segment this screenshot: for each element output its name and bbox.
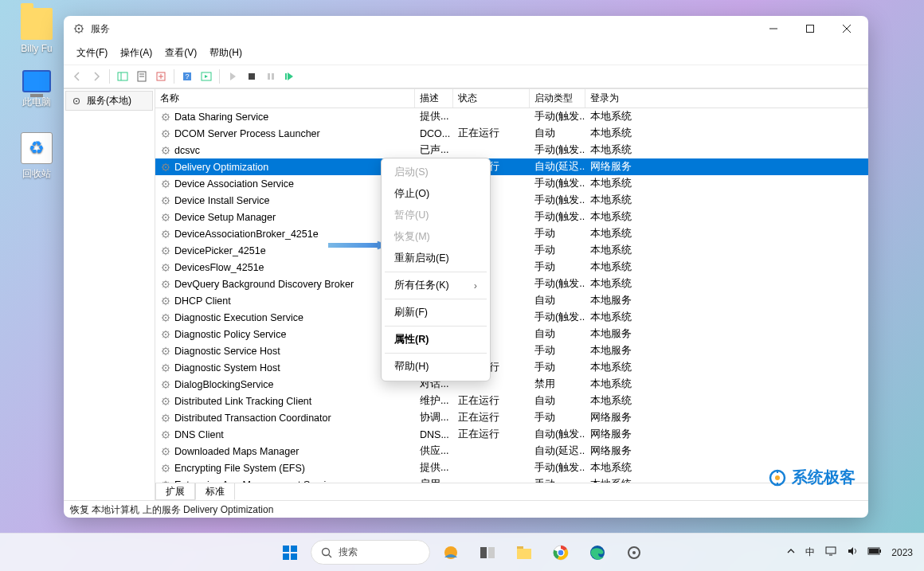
tab-extended[interactable]: 扩展	[155, 483, 195, 500]
svg-point-86	[632, 551, 636, 554]
taskbar-chrome[interactable]	[545, 537, 577, 569]
menu-help[interactable]: 帮助(H)	[203, 43, 249, 63]
gear-icon	[160, 279, 171, 290]
service-logon-as: 本地系统	[585, 461, 868, 475]
service-row[interactable]: Device Association Service手动(触发...本地系统	[155, 175, 868, 192]
taskbar-task-view[interactable]	[472, 537, 503, 569]
minimize-button[interactable]	[755, 16, 792, 41]
service-row[interactable]: Diagnostic Service Host手动本地服务	[155, 342, 868, 359]
context-menu: 启动(S)停止(O)暂停(U)恢复(M)重新启动(E)所有任务(K)›刷新(F)…	[381, 158, 491, 381]
service-startup-type: 手动	[530, 260, 585, 274]
context-menu-item[interactable]: 帮助(H)	[382, 356, 490, 377]
service-row[interactable]: DialogBlockingService对话...禁用本地系统	[155, 376, 868, 393]
service-name: Distributed Transaction Coordinator	[174, 413, 331, 424]
taskbar-explorer[interactable]	[508, 537, 540, 569]
service-row[interactable]: Distributed Transaction Coordinator协调...…	[155, 409, 868, 426]
column-header-startup-type[interactable]: 启动类型	[530, 89, 585, 108]
menu-file[interactable]: 文件(F)	[70, 43, 114, 63]
svg-point-44	[165, 299, 166, 301]
tray-ime[interactable]: 中	[805, 546, 815, 559]
service-row[interactable]: DeviceAssociationBroker_4251e手动本地系统	[155, 225, 868, 242]
menu-view[interactable]: 查看(V)	[159, 43, 203, 63]
service-row[interactable]: Diagnostic Execution Service手动(触发...本地系统	[155, 309, 868, 326]
service-startup-type: 自动	[530, 327, 585, 341]
service-row[interactable]: Device Setup Manager手动(触发...本地系统	[155, 209, 868, 225]
svg-rect-15	[249, 73, 255, 80]
service-logon-as: 本地服务	[585, 344, 868, 358]
svg-line-75	[329, 554, 332, 557]
context-menu-item[interactable]: 属性(R)	[382, 329, 490, 350]
tree-node-services-local[interactable]: 服务(本地)	[65, 91, 153, 111]
column-header-status[interactable]: 状态	[453, 89, 530, 108]
titlebar[interactable]: 服务	[64, 16, 868, 41]
action-menu-button[interactable]	[198, 68, 215, 85]
service-row[interactable]: Enterprise App Management Service启用...手动…	[155, 476, 868, 483]
service-row[interactable]: Distributed Link Tracking Client维护...正在运…	[155, 393, 868, 409]
service-row[interactable]: DNS ClientDNS...正在运行自动(触发...网络服务	[155, 426, 868, 443]
svg-point-54	[165, 383, 166, 385]
service-row[interactable]: DevicePicker_4251e手动本地系统	[155, 242, 868, 259]
stop-service-button[interactable]	[243, 68, 260, 85]
column-header-name[interactable]: 名称	[155, 89, 415, 108]
service-startup-type: 禁用	[530, 377, 585, 391]
tray-clock[interactable]: 2023	[891, 547, 913, 558]
desktop-icon-recycle-bin[interactable]: 回收站	[13, 132, 61, 181]
service-row[interactable]: DevicesFlow_4251e手动本地系统	[155, 259, 868, 276]
taskbar-services[interactable]	[618, 537, 650, 569]
svg-point-48	[165, 333, 166, 334]
svg-point-38	[165, 249, 166, 251]
service-row[interactable]: Diagnostic System Host诊断...正在运行手动本地系统	[155, 359, 868, 376]
context-menu-item: 恢复(M)	[382, 226, 490, 248]
service-row[interactable]: DHCP Client行自动本地服务	[155, 292, 868, 309]
service-row[interactable]: Downloaded Maps Manager供应...自动(延迟...网络服务	[155, 443, 868, 460]
close-button[interactable]	[828, 16, 865, 41]
service-name: Encrypting File System (EFS)	[174, 463, 305, 474]
taskbar: 搜索 中 2023	[0, 533, 924, 571]
context-menu-item[interactable]: 停止(O)	[382, 183, 490, 205]
taskbar-widgets[interactable]	[435, 537, 467, 569]
maximize-button[interactable]	[792, 16, 828, 41]
tray-network-icon[interactable]	[824, 546, 837, 559]
service-startup-type: 手动(触发...	[530, 194, 585, 207]
services-list[interactable]: Data Sharing Service提供...手动(触发...本地系统DCO…	[155, 108, 868, 483]
service-row[interactable]: DCOM Server Process LauncherDCO...正在运行自动…	[155, 125, 868, 142]
service-logon-as: 本地系统	[585, 311, 868, 324]
taskbar-edge[interactable]	[581, 537, 613, 569]
tray-volume-icon[interactable]	[847, 546, 858, 559]
service-row[interactable]: Device Install Service手动(触发...本地系统	[155, 192, 868, 209]
column-header-logon-as[interactable]: 登录为	[585, 89, 868, 108]
service-startup-type: 手动	[530, 361, 585, 374]
properties-button[interactable]	[133, 68, 151, 85]
service-row[interactable]: dcsvc已声...手动(触发...本地系统	[155, 142, 868, 158]
service-row[interactable]: Delivery Optimization执行...正在运行自动(延迟...网络…	[155, 158, 868, 175]
context-menu-item[interactable]: 刷新(F)	[382, 302, 490, 323]
column-header-description[interactable]: 描述	[415, 89, 453, 108]
context-menu-item[interactable]: 重新启动(E)	[382, 248, 490, 269]
svg-point-1	[78, 28, 80, 30]
taskbar-search[interactable]: 搜索	[311, 540, 430, 565]
svg-point-36	[165, 233, 166, 234]
desktop-icon-this-pc[interactable]: 此电脑	[13, 70, 61, 109]
tab-standard[interactable]: 标准	[195, 483, 235, 500]
service-row[interactable]: Diagnostic Policy Service行自动本地服务	[155, 326, 868, 342]
desktop-icon-folder[interactable]: Billy Fu	[13, 8, 61, 54]
menu-action[interactable]: 操作(A)	[114, 43, 159, 63]
svg-point-24	[165, 132, 166, 134]
svg-point-34	[165, 216, 166, 217]
context-menu-item[interactable]: 所有任务(K)›	[382, 275, 490, 296]
service-row[interactable]: Data Sharing Service提供...手动(触发...本地系统	[155, 108, 868, 125]
service-name: Delivery Optimization	[174, 162, 268, 173]
service-description: 提供...	[415, 461, 453, 475]
show-hide-tree-button[interactable]	[114, 68, 131, 85]
export-list-button[interactable]	[152, 68, 170, 85]
start-button[interactable]	[274, 537, 306, 569]
service-row[interactable]: DevQuery Background Discovery Broker手动(触…	[155, 276, 868, 292]
service-row[interactable]: Encrypting File System (EFS)提供...手动(触发..…	[155, 460, 868, 476]
tray-overflow[interactable]	[786, 546, 796, 558]
service-startup-type: 自动	[530, 294, 585, 307]
tray-battery-icon[interactable]	[867, 546, 882, 558]
svg-rect-17	[272, 73, 274, 80]
restart-service-button[interactable]	[281, 68, 299, 85]
service-logon-as: 本地系统	[585, 244, 868, 257]
help-button[interactable]: ?	[178, 68, 196, 85]
